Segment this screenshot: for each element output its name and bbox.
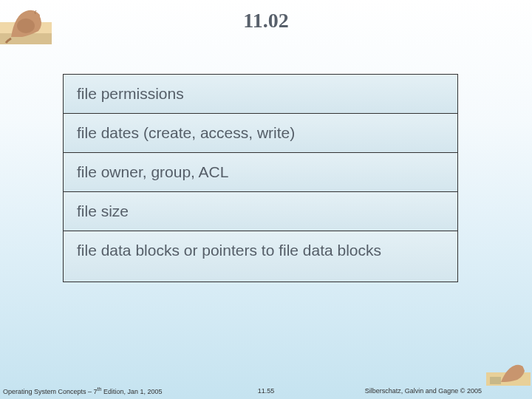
- footer-left-text: Operating System Concepts – 7th Edition,…: [3, 386, 162, 395]
- table-row: file data blocks or pointers to file dat…: [64, 231, 457, 282]
- footer-copyright: Silberschatz, Galvin and Gagne © 2005: [365, 387, 482, 395]
- table-row: file permissions: [64, 75, 457, 114]
- dinosaur-logo-bottom: [486, 356, 531, 386]
- slide-title: 11.02: [0, 9, 532, 33]
- footer-page-number: 11.55: [258, 387, 275, 395]
- svg-point-6: [519, 366, 523, 370]
- table-row: file size: [64, 192, 457, 231]
- svg-rect-5: [490, 377, 501, 384]
- table-row: file dates (create, access, write): [64, 114, 457, 153]
- slide-footer: Operating System Concepts – 7th Edition,…: [0, 386, 532, 396]
- table-row: file owner, group, ACL: [64, 153, 457, 192]
- fcb-table: file permissions file dates (create, acc…: [63, 74, 458, 282]
